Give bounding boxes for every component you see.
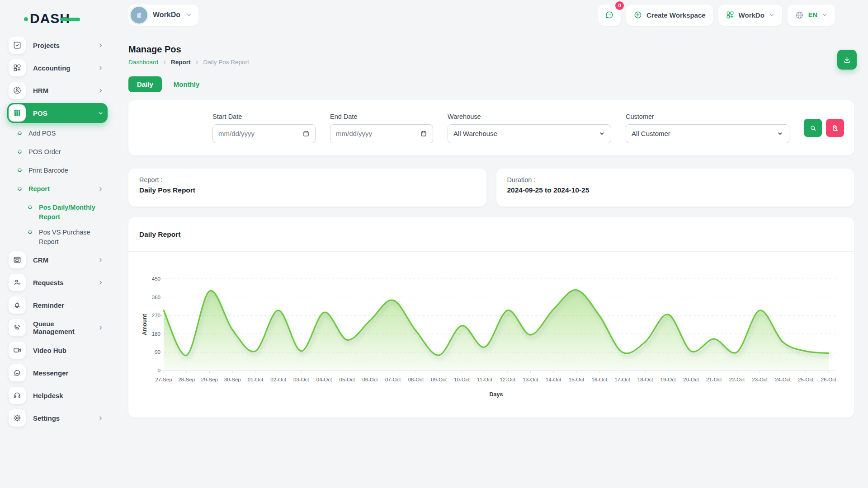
sidebar-item-pos-vs-purchase-report[interactable]: Pos VS Purchase Report — [28, 225, 108, 247]
svg-text:06-Oct: 06-Oct — [362, 377, 378, 382]
bullet-icon — [27, 204, 33, 210]
sidebar-item-queue-management[interactable]: Queue Management — [7, 318, 108, 338]
search-button[interactable] — [804, 119, 822, 137]
chevron-down-icon — [777, 130, 783, 137]
start-date-label: Start Date — [212, 113, 316, 120]
svg-text:180: 180 — [152, 331, 160, 337]
sidebar-item-reminder[interactable]: Reminder — [7, 295, 108, 315]
svg-text:05-Oct: 05-Oct — [340, 377, 355, 382]
sidebar-item-settings[interactable]: Settings — [7, 408, 108, 428]
start-date-input[interactable]: mm/dd/yyyy — [212, 124, 316, 143]
sidebar-item-crm[interactable]: CRM — [7, 250, 108, 270]
sidebar-item-projects[interactable]: Projects — [7, 35, 108, 55]
sidebar-item-pos-order[interactable]: POS Order — [18, 145, 108, 160]
calendar-icon — [302, 130, 310, 137]
warehouse-label: Warehouse — [448, 113, 611, 120]
sidebar: DASH Projects Accounting HRM POS Add POS… — [0, 0, 113, 488]
tab-monthly[interactable]: Monthly — [174, 80, 200, 88]
daily-report-chart: 090180270360450 27-Sep28-Sep29-Sep30-Sep… — [128, 252, 854, 413]
download-icon — [843, 56, 851, 64]
messages-button[interactable]: 0 — [598, 5, 621, 26]
sidebar-item-video-hub[interactable]: Video Hub — [7, 340, 108, 360]
sidebar-item-label: Projects — [33, 42, 97, 49]
brand-logo[interactable]: DASH — [30, 11, 70, 26]
page-title: Manage Pos — [128, 44, 854, 55]
end-date-field: End Date mm/dd/yyyy — [330, 113, 433, 143]
chevron-right-icon — [97, 324, 104, 331]
end-date-label: End Date — [330, 113, 433, 120]
duration-summary-card: Duration : 2024-09-25 to 2024-10-25 — [496, 169, 854, 206]
chevron-right-icon — [97, 87, 104, 94]
sidebar-item-hrm[interactable]: HRM — [7, 80, 108, 100]
svg-text:450: 450 — [152, 276, 160, 282]
chart-x-axis-title: Days — [489, 391, 503, 398]
chevron-right-icon — [194, 60, 200, 65]
bullet-icon — [27, 229, 33, 235]
sidebar-item-label: POS — [33, 109, 97, 117]
reset-button[interactable] — [826, 119, 844, 137]
warehouse-field: Warehouse All Warehouse — [448, 113, 611, 143]
bullet-icon — [17, 186, 23, 192]
messages-icon — [604, 10, 614, 20]
svg-text:29-Sep: 29-Sep — [201, 377, 218, 382]
sidebar-item-label: Print Barcode — [28, 166, 68, 175]
customer-select[interactable]: All Customer — [626, 124, 789, 143]
language-button[interactable]: EN — [788, 5, 835, 26]
start-date-placeholder: mm/dd/yyyy — [218, 130, 255, 137]
app-switcher-button[interactable]: WorkDo — [718, 5, 782, 26]
svg-text:270: 270 — [152, 313, 160, 318]
svg-text:0: 0 — [158, 368, 160, 373]
sidebar-item-label: CRM — [33, 256, 97, 264]
svg-text:25-Oct: 25-Oct — [798, 377, 814, 382]
page-header: Manage Pos DashboardReportDaily Pos Repo… — [128, 44, 854, 66]
chart-title: Daily Report — [139, 230, 180, 239]
warehouse-select[interactable]: All Warehouse — [448, 124, 611, 143]
daily-report-chart-svg: 090180270360450 27-Sep28-Sep29-Sep30-Sep… — [139, 257, 843, 411]
bullet-icon — [17, 149, 23, 155]
sidebar-item-label: Report — [28, 184, 50, 194]
sidebar-item-label: Messenger — [33, 369, 104, 377]
sidebar-item-label: Add POS — [28, 129, 56, 138]
sidebar-item-accounting[interactable]: Accounting — [7, 58, 108, 78]
end-date-input[interactable]: mm/dd/yyyy — [330, 124, 433, 143]
breadcrumb-dashboard[interactable]: Dashboard — [128, 59, 158, 66]
reset-icon — [831, 124, 839, 132]
svg-text:90: 90 — [155, 349, 160, 355]
svg-text:09-Oct: 09-Oct — [431, 377, 447, 382]
settings-icon — [9, 409, 26, 427]
chevron-down-icon — [821, 12, 828, 18]
sidebar-item-add-pos[interactable]: Add POS — [18, 126, 108, 141]
sidebar-item-pos-daily-monthly-report[interactable]: Pos Daily/Monthly Report — [28, 200, 108, 222]
sidebar-item-messenger[interactable]: Messenger — [7, 363, 108, 383]
sidebar-item-pos[interactable]: POS — [7, 103, 108, 123]
customer-label: Customer — [626, 113, 789, 120]
chart-x-ticks — [164, 371, 829, 373]
report-mode-tabs: DailyMonthly — [128, 76, 854, 92]
chart-header: Daily Report — [128, 217, 854, 252]
tab-daily[interactable]: Daily — [128, 76, 162, 92]
svg-text:12-Oct: 12-Oct — [500, 377, 516, 382]
sidebar-item-report[interactable]: Report — [18, 182, 108, 197]
duration-value: 2024-09-25 to 2024-10-25 — [507, 186, 844, 194]
pos-icon — [9, 104, 26, 122]
queue-icon — [9, 319, 26, 336]
svg-text:11-Oct: 11-Oct — [477, 377, 492, 382]
create-workspace-button[interactable]: Create Workspace — [626, 5, 713, 26]
download-button[interactable] — [837, 50, 857, 70]
svg-text:26-Oct: 26-Oct — [821, 377, 837, 382]
sidebar-item-label: Pos Daily/Monthly Report — [39, 203, 104, 222]
language-code: EN — [808, 11, 817, 19]
sidebar-item-print-barcode[interactable]: Print Barcode — [18, 163, 108, 178]
chevron-down-icon — [769, 12, 775, 18]
sidebar-item-requests[interactable]: Requests — [7, 272, 108, 292]
sidebar-item-label: HRM — [33, 87, 97, 94]
workspace-selector[interactable]: WorkDo — [128, 5, 198, 26]
sidebar-item-helpdesk[interactable]: Helpdesk — [7, 385, 108, 405]
sidebar-item-label: Pos VS Purchase Report — [39, 228, 104, 247]
requests-icon — [9, 274, 26, 291]
bullet-icon — [17, 167, 23, 173]
svg-text:14-Oct: 14-Oct — [546, 377, 561, 382]
workspace-name: WorkDo — [153, 11, 180, 19]
svg-text:24-Oct: 24-Oct — [775, 377, 791, 382]
breadcrumb-daily-pos-report: Daily Pos Report — [203, 59, 249, 66]
